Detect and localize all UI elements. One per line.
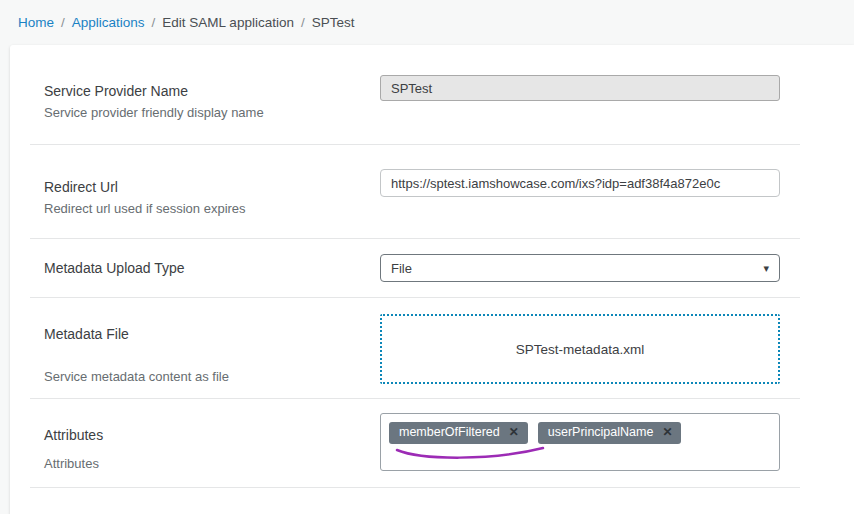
attributes-help: Attributes [44,456,380,471]
remove-chip-icon[interactable]: ✕ [662,426,672,438]
redirect-url-label: Redirect Url [44,179,380,195]
breadcrumb-separator: / [61,15,65,30]
breadcrumb-separator: / [152,15,156,30]
attributes-row: Attributes Attributes memberOfFiltered ✕… [30,399,800,488]
redirect-url-help: Redirect url used if session expires [44,201,380,216]
metadata-file-name: SPTest-metadata.xml [516,342,644,357]
redirect-url-row: Redirect Url Redirect url used if sessio… [30,145,800,239]
remove-chip-icon[interactable]: ✕ [509,426,519,438]
edit-saml-application-form: Service Provider Name Service provider f… [10,45,854,514]
chevron-down-icon: ▾ [763,262,769,275]
breadcrumb-link-applications[interactable]: Applications [72,15,145,30]
redirect-url-input[interactable] [380,169,780,197]
attribute-chip-label: memberOfFiltered [399,426,500,439]
metadata-upload-type-label: Metadata Upload Type [44,260,380,276]
metadata-file-dropzone[interactable]: SPTest-metadata.xml [380,314,780,384]
breadcrumb-link-home[interactable]: Home [18,15,54,30]
service-provider-name-input[interactable] [380,75,780,101]
metadata-upload-type-select[interactable]: File ▾ [380,254,780,282]
metadata-file-label: Metadata File [44,326,380,342]
attribute-chip-label: userPrincipalName [548,426,654,439]
metadata-upload-type-row: Metadata Upload Type File ▾ [30,239,800,298]
attribute-chip: memberOfFiltered ✕ [389,422,528,444]
attribute-chip: userPrincipalName ✕ [538,422,682,444]
metadata-file-row: Metadata File Service metadata content a… [30,298,800,399]
attributes-chips-field[interactable]: memberOfFiltered ✕ userPrincipalName ✕ [380,413,780,471]
metadata-file-help: Service metadata content as file [44,369,380,384]
metadata-upload-type-value: File [391,261,412,276]
service-provider-name-label: Service Provider Name [44,83,380,99]
breadcrumb-item-sptest: SPTest [312,15,355,30]
attributes-label: Attributes [44,427,380,443]
annotation-underline [391,444,551,464]
service-provider-name-row: Service Provider Name Service provider f… [30,45,800,145]
service-provider-name-help: Service provider friendly display name [44,105,380,120]
breadcrumb-separator: / [301,15,305,30]
breadcrumb-item-edit-saml-application: Edit SAML application [162,15,294,30]
breadcrumb: Home / Applications / Edit SAML applicat… [0,0,854,42]
